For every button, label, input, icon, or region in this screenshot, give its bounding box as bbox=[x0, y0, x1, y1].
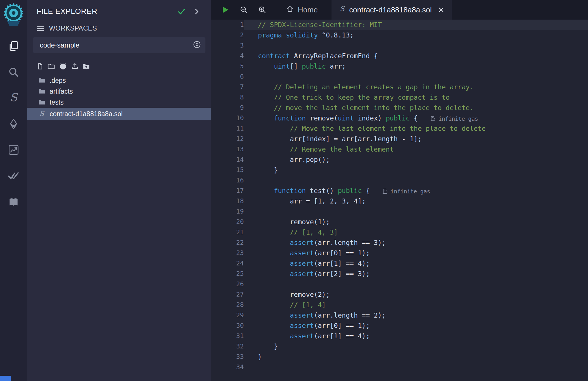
code-line-content[interactable]: } bbox=[244, 165, 588, 175]
code-line-content[interactable]: assert(arr[0] == 1); bbox=[244, 320, 588, 331]
file-explorer-rail-icon[interactable] bbox=[7, 40, 20, 52]
code-line-content[interactable]: assert(arr[1] == 4); bbox=[244, 331, 588, 341]
code-line[interactable]: 27 remove(2); bbox=[211, 289, 588, 300]
code-line[interactable]: 8 // One trick to keep the array compact… bbox=[211, 92, 588, 103]
zoom-in-icon[interactable] bbox=[254, 0, 270, 20]
code-line[interactable]: 18 arr = [1, 2, 3, 4]; bbox=[211, 196, 588, 206]
code-line[interactable]: 12 arr[index] = arr[arr.length - 1]; bbox=[211, 134, 588, 144]
code-editor[interactable]: 1// SPDX-License-Identifier: MIT2pragma … bbox=[211, 20, 588, 381]
upload-file-icon[interactable] bbox=[71, 62, 79, 70]
code-line[interactable]: 29 assert(arr.length == 2); bbox=[211, 310, 588, 320]
code-line-content[interactable]: arr[index] = arr[arr.length - 1]; bbox=[244, 134, 588, 144]
code-line[interactable]: 21 // [1, 4, 3] bbox=[211, 227, 588, 237]
code-line[interactable]: 7 // Deleting an element creates a gap i… bbox=[211, 82, 588, 92]
folder-item-tests[interactable]: tests bbox=[27, 97, 211, 108]
solidity-compiler-rail-icon[interactable]: S bbox=[7, 92, 20, 104]
code-line[interactable]: 34 bbox=[211, 362, 588, 372]
plugin-manager-rail-icon[interactable] bbox=[7, 195, 20, 208]
code-line-content[interactable]: assert(arr.length == 3); bbox=[244, 237, 588, 248]
gas-pump-icon bbox=[430, 116, 436, 122]
code-line-content[interactable]: assert(arr[2] == 3); bbox=[244, 269, 588, 279]
code-line[interactable]: 25 assert(arr[2] == 3); bbox=[211, 269, 588, 279]
code-line-content[interactable] bbox=[244, 175, 588, 186]
code-line[interactable]: 19 bbox=[211, 206, 588, 217]
code-line-content[interactable]: arr = [1, 2, 3, 4]; bbox=[244, 196, 588, 206]
code-line[interactable]: 3 bbox=[211, 40, 588, 51]
code-line-content[interactable] bbox=[244, 206, 588, 217]
new-file-icon[interactable] bbox=[37, 63, 44, 70]
code-line-content[interactable]: // SPDX-License-Identifier: MIT bbox=[244, 20, 588, 30]
workspaces-menu-icon[interactable] bbox=[37, 24, 44, 32]
code-line-content[interactable]: remove(2); bbox=[244, 289, 588, 300]
code-line-content[interactable]: pragma solidity ^0.8.13; bbox=[244, 30, 588, 40]
code-line-content[interactable]: // Deleting an element creates a gap in … bbox=[244, 82, 588, 92]
code-line[interactable]: 5 uint[] public arr; bbox=[211, 61, 588, 71]
code-line[interactable]: 4contract ArrayReplaceFromEnd { bbox=[211, 51, 588, 61]
code-line-content[interactable] bbox=[244, 71, 588, 82]
chevron-right-icon[interactable] bbox=[193, 8, 201, 15]
code-line-content[interactable]: // [1, 4] bbox=[244, 300, 588, 310]
analytics-rail-icon[interactable] bbox=[7, 144, 20, 156]
code-line[interactable]: 16 bbox=[211, 175, 588, 186]
folder-item-artifacts[interactable]: artifacts bbox=[27, 86, 211, 97]
unit-testing-rail-icon[interactable] bbox=[7, 169, 20, 182]
folder-item-deps[interactable]: .deps bbox=[27, 75, 211, 86]
code-line-content[interactable]: } bbox=[244, 352, 588, 362]
code-line[interactable]: 14 arr.pop(); bbox=[211, 154, 588, 165]
code-line-content[interactable]: function test() public {infinite gas bbox=[244, 186, 588, 196]
code-line[interactable]: 10 function remove(uint index) public {i… bbox=[211, 113, 588, 123]
tab-contract-file[interactable]: S contract-d1a8818a8a.sol bbox=[332, 0, 452, 20]
tab-home-label: Home bbox=[298, 5, 318, 14]
file-item-contract[interactable]: S contract-d1a8818a8a.sol bbox=[27, 108, 211, 120]
code-line[interactable]: 17 function test() public {infinite gas bbox=[211, 186, 588, 196]
code-line[interactable]: 33} bbox=[211, 352, 588, 362]
code-line[interactable]: 11 // Move the last element into the pla… bbox=[211, 123, 588, 134]
code-line-content[interactable]: // move the last element into the place … bbox=[244, 103, 588, 113]
code-line[interactable]: 15 } bbox=[211, 165, 588, 175]
code-line[interactable]: 32 } bbox=[211, 341, 588, 352]
upload-folder-icon[interactable] bbox=[83, 63, 90, 70]
new-folder-icon[interactable] bbox=[47, 62, 55, 70]
line-number: 15 bbox=[211, 165, 244, 175]
code-line[interactable]: 24 assert(arr[1] == 4); bbox=[211, 258, 588, 269]
code-line[interactable]: 31 assert(arr[1] == 4); bbox=[211, 331, 588, 341]
code-line-content[interactable]: // Remove the last element bbox=[244, 144, 588, 154]
code-line[interactable]: 6 bbox=[211, 71, 588, 82]
code-line[interactable]: 30 assert(arr[0] == 1); bbox=[211, 320, 588, 331]
code-line[interactable]: 9 // move the last element into the plac… bbox=[211, 103, 588, 113]
code-line-content[interactable]: assert(arr.length == 2); bbox=[244, 310, 588, 320]
code-line-content[interactable]: remove(1); bbox=[244, 217, 588, 227]
code-line[interactable]: 1// SPDX-License-Identifier: MIT bbox=[211, 20, 588, 30]
code-line-content[interactable]: arr.pop(); bbox=[244, 154, 588, 165]
code-line-content[interactable]: assert(arr[0] == 1); bbox=[244, 248, 588, 258]
code-line[interactable]: 23 assert(arr[0] == 1); bbox=[211, 248, 588, 258]
code-line-content[interactable] bbox=[244, 279, 588, 289]
line-number: 6 bbox=[211, 71, 244, 82]
code-line-content[interactable]: uint[] public arr; bbox=[244, 61, 588, 71]
code-line-content[interactable]: } bbox=[244, 341, 588, 352]
code-line[interactable]: 22 assert(arr.length == 3); bbox=[211, 237, 588, 248]
code-line-content[interactable]: // One trick to keep the array compact i… bbox=[244, 92, 588, 103]
tab-home[interactable]: Home bbox=[279, 0, 325, 20]
close-tab-icon[interactable] bbox=[438, 7, 444, 13]
github-icon[interactable] bbox=[59, 62, 67, 70]
code-line-content[interactable]: assert(arr[1] == 4); bbox=[244, 258, 588, 269]
workspace-select[interactable]: code-sample bbox=[33, 37, 205, 53]
code-line[interactable]: 13 // Remove the last element bbox=[211, 144, 588, 154]
code-line[interactable]: 20 remove(1); bbox=[211, 217, 588, 227]
deploy-and-run-rail-icon[interactable] bbox=[7, 118, 20, 130]
code-line[interactable]: 26 bbox=[211, 279, 588, 289]
code-line-content[interactable]: // Move the last element into the place … bbox=[244, 123, 588, 134]
code-line-content[interactable] bbox=[244, 40, 588, 51]
check-icon[interactable] bbox=[177, 7, 186, 16]
code-line-content[interactable]: // [1, 4, 3] bbox=[244, 227, 588, 237]
run-script-button[interactable] bbox=[217, 0, 233, 20]
code-line-content[interactable]: contract ArrayReplaceFromEnd { bbox=[244, 51, 588, 61]
remix-logo-icon[interactable] bbox=[2, 2, 25, 28]
code-line[interactable]: 28 // [1, 4] bbox=[211, 300, 588, 310]
zoom-out-icon[interactable] bbox=[236, 0, 252, 20]
code-line-content[interactable]: function remove(uint index) public {infi… bbox=[244, 113, 588, 123]
code-line[interactable]: 2pragma solidity ^0.8.13; bbox=[211, 30, 588, 40]
search-rail-icon[interactable] bbox=[7, 66, 20, 78]
code-line-content[interactable] bbox=[244, 362, 588, 372]
